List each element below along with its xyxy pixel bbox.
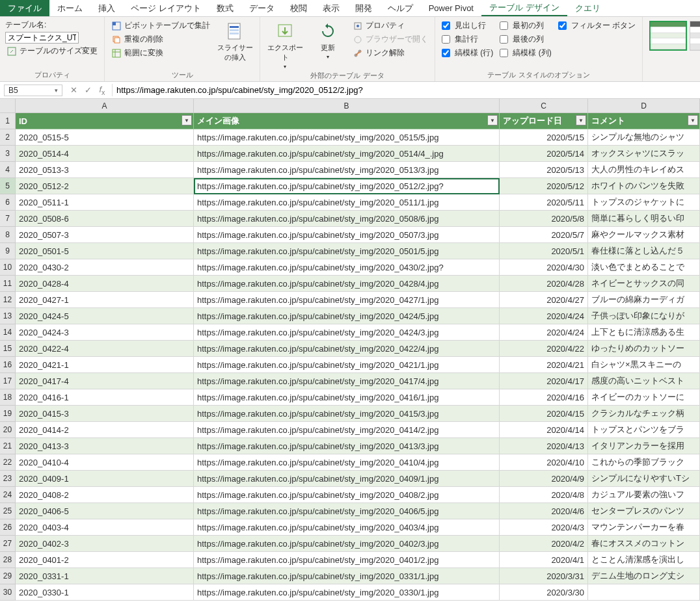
cell-D14[interactable]: 上下ともに清涼感ある生 (588, 324, 700, 341)
ribbon-tab-11[interactable]: テーブル デザイン (481, 0, 567, 16)
cell-A4[interactable]: 2020_0513-3 (16, 162, 194, 178)
cell-D18[interactable]: ネイビーのカットソーに (588, 389, 700, 406)
cell-A26[interactable]: 2020_0403-4 (16, 519, 194, 536)
row-header-11[interactable]: 11 (0, 276, 16, 292)
cell-B29[interactable]: https://image.rakuten.co.jp/spu/cabinet/… (194, 568, 500, 584)
cell-C18[interactable]: 2020/4/16 (500, 389, 588, 406)
row-header-28[interactable]: 28 (0, 552, 16, 568)
col-header-A[interactable]: A (16, 99, 194, 112)
cell-C7[interactable]: 2020/5/8 (500, 211, 588, 227)
cell-D4[interactable]: 大人の男性のキレイめス (588, 162, 700, 178)
convert-range-button[interactable]: 範囲に変換 (110, 47, 211, 59)
cell-C21[interactable]: 2020/4/13 (500, 438, 588, 454)
check-header[interactable] (442, 21, 450, 30)
row-header-24[interactable]: 24 (0, 487, 16, 503)
row-header-23[interactable]: 23 (0, 471, 16, 487)
cell-C8[interactable]: 2020/5/7 (500, 227, 588, 243)
cell-C25[interactable]: 2020/4/6 (500, 503, 588, 519)
opt-first-col[interactable]: 最初の列 (498, 20, 552, 32)
ribbon-tab-12[interactable]: クエリ (567, 0, 608, 16)
cell-D30[interactable] (588, 584, 700, 601)
unlink-button[interactable]: リンク解除 (351, 47, 429, 59)
cell-A30[interactable]: 2020_0330-1 (16, 584, 194, 601)
row-header-26[interactable]: 26 (0, 519, 16, 536)
ribbon-tab-8[interactable]: 開発 (347, 0, 380, 16)
cell-A13[interactable]: 2020_0424-5 (16, 308, 194, 324)
cell-A21[interactable]: 2020_0413-3 (16, 438, 194, 454)
check-total[interactable] (442, 35, 450, 44)
opt-filter-btn[interactable]: フィルター ボタン (557, 20, 637, 32)
cell-C2[interactable]: 2020/5/15 (500, 129, 588, 146)
cell-C29[interactable]: 2020/3/31 (500, 568, 588, 584)
row-header-3[interactable]: 3 (0, 146, 16, 162)
ribbon-tab-4[interactable]: 数式 (209, 0, 241, 16)
col-header-B[interactable]: B (194, 99, 500, 112)
row-header-7[interactable]: 7 (0, 211, 16, 227)
row-header-12[interactable]: 12 (0, 292, 16, 308)
cell-B2[interactable]: https://image.rakuten.co.jp/spu/cabinet/… (194, 129, 500, 146)
cell-B8[interactable]: https://image.rakuten.co.jp/spu/cabinet/… (194, 227, 500, 243)
row-header-17[interactable]: 17 (0, 373, 16, 389)
cell-C27[interactable]: 2020/4/2 (500, 536, 588, 552)
cell-D7[interactable]: 簡単に暮らしく明るい印 (588, 211, 700, 227)
ribbon-tab-0[interactable]: ファイル (0, 0, 49, 16)
cell-D13[interactable]: 子供っぽい印象になりが (588, 308, 700, 324)
opt-banded-row[interactable]: 縞模様 (行) (440, 47, 494, 59)
cell-D3[interactable]: オックスシャツにスラッ (588, 146, 700, 162)
cell-B18[interactable]: https://image.rakuten.co.jp/spu/cabinet/… (194, 389, 500, 406)
cell-D29[interactable]: デニム生地のロング丈シ (588, 568, 700, 584)
cell-B30[interactable]: https://image.rakuten.co.jp/spu/cabinet/… (194, 584, 500, 601)
cell-C4[interactable]: 2020/5/13 (500, 162, 588, 178)
col-header-C[interactable]: C (500, 99, 588, 112)
cell-B21[interactable]: https://image.rakuten.co.jp/spu/cabinet/… (194, 438, 500, 454)
cell-A23[interactable]: 2020_0409-1 (16, 471, 194, 487)
cell-B20[interactable]: https://image.rakuten.co.jp/spu/cabinet/… (194, 422, 500, 438)
table-header-0[interactable]: ID▼ (16, 113, 194, 129)
row-header-21[interactable]: 21 (0, 438, 16, 454)
cell-C12[interactable]: 2020/4/27 (500, 292, 588, 308)
pivot-summary-button[interactable]: ピボットテーブルで集計 (110, 20, 211, 32)
properties-button[interactable]: プロパティ (351, 20, 429, 32)
cell-B16[interactable]: https://image.rakuten.co.jp/spu/cabinet/… (194, 357, 500, 373)
col-header-D[interactable]: D (588, 99, 700, 112)
cancel-formula-button[interactable]: ✕ (66, 85, 81, 95)
cell-D2[interactable]: シンプルな無地のシャツ (588, 129, 700, 146)
cell-A6[interactable]: 2020_0511-1 (16, 194, 194, 211)
cell-D19[interactable]: クラシカルなチェック柄 (588, 406, 700, 422)
filter-button-3[interactable]: ▼ (688, 115, 698, 125)
cell-D23[interactable]: シンプルになりやすいTシ (588, 471, 700, 487)
table-header-1[interactable]: メイン画像▼ (194, 113, 500, 129)
opt-last-col[interactable]: 最後の列 (498, 33, 552, 46)
row-header-16[interactable]: 16 (0, 357, 16, 373)
table-header-3[interactable]: コメント▼ (588, 113, 700, 129)
cell-D10[interactable]: 淡い色でまとめることで (588, 259, 700, 276)
cell-D6[interactable]: トップスのジャケットに (588, 194, 700, 211)
cell-C17[interactable]: 2020/4/17 (500, 373, 588, 389)
cell-B14[interactable]: https://image.rakuten.co.jp/spu/cabinet/… (194, 324, 500, 341)
cell-D9[interactable]: 春仕様に落とし込んだ５ (588, 243, 700, 259)
cell-D24[interactable]: カジュアル要素の強いフ (588, 487, 700, 503)
check-banded-row[interactable] (442, 49, 450, 57)
cell-B5[interactable]: https://image.rakuten.co.jp/spu/cabinet/… (194, 178, 500, 194)
remove-duplicates-button[interactable]: 重複の削除 (110, 33, 211, 46)
cell-A25[interactable]: 2020_0406-5 (16, 503, 194, 519)
cell-A15[interactable]: 2020_0422-4 (16, 341, 194, 357)
cell-B15[interactable]: https://image.rakuten.co.jp/spu/cabinet/… (194, 341, 500, 357)
cell-B25[interactable]: https://image.rakuten.co.jp/spu/cabinet/… (194, 503, 500, 519)
cell-A8[interactable]: 2020_0507-3 (16, 227, 194, 243)
ribbon-tab-5[interactable]: データ (241, 0, 282, 16)
chevron-down-icon[interactable]: ▾ (55, 87, 58, 94)
cell-C20[interactable]: 2020/4/14 (500, 422, 588, 438)
ribbon-tab-6[interactable]: 校閲 (282, 0, 315, 16)
cell-D28[interactable]: とことん清潔感を演出し (588, 552, 700, 568)
cell-A29[interactable]: 2020_0331-1 (16, 568, 194, 584)
cell-A27[interactable]: 2020_0402-3 (16, 536, 194, 552)
select-all-corner[interactable] (0, 99, 16, 112)
filter-button-1[interactable]: ▼ (487, 115, 498, 125)
cell-B26[interactable]: https://image.rakuten.co.jp/spu/cabinet/… (194, 519, 500, 536)
opt-total-row[interactable]: 集計行 (440, 33, 494, 46)
cell-A2[interactable]: 2020_0515-5 (16, 129, 194, 146)
cell-A20[interactable]: 2020_0414-2 (16, 422, 194, 438)
cell-C13[interactable]: 2020/4/24 (500, 308, 588, 324)
cell-A22[interactable]: 2020_0410-4 (16, 454, 194, 471)
